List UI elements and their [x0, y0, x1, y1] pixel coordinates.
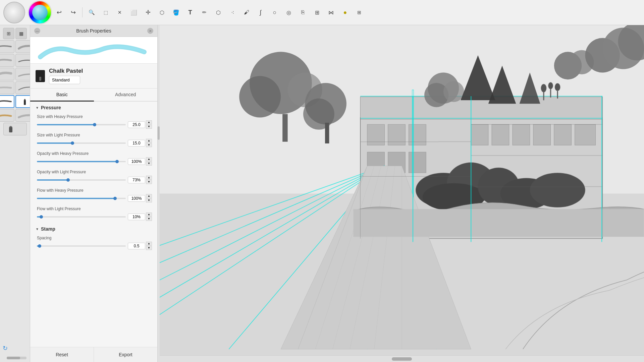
- fill-button[interactable]: 🪣: [170, 6, 182, 19]
- canvas-scrollbar[interactable]: [160, 355, 644, 362]
- transform-button[interactable]: ✛: [142, 6, 154, 19]
- brush-item-8[interactable]: [15, 81, 30, 94]
- grid-view-icon[interactable]: ⊞: [3, 28, 14, 39]
- horizontal-scrollbar[interactable]: [7, 357, 26, 359]
- opacity-light-up[interactable]: ▲: [146, 176, 152, 180]
- undo-button[interactable]: ↩: [53, 6, 65, 19]
- color1-button[interactable]: ●: [339, 6, 352, 19]
- flow-heavy-down[interactable]: ▼: [146, 198, 152, 202]
- search-button[interactable]: 🔍: [85, 6, 98, 19]
- size-light-down[interactable]: ▼: [146, 143, 152, 147]
- flow-heavy-input[interactable]: [128, 195, 145, 202]
- grid-button[interactable]: ⊞: [353, 6, 366, 19]
- redo-button[interactable]: ↪: [67, 6, 79, 19]
- opacity-heavy-up[interactable]: ▲: [146, 157, 152, 161]
- box3d-button[interactable]: ⬡: [212, 6, 225, 19]
- svg-point-73: [555, 83, 560, 91]
- color-wheel[interactable]: [28, 0, 52, 24]
- paths-button[interactable]: ⋈: [325, 6, 337, 19]
- size-heavy-label: Size with Heavy Pressure: [37, 114, 152, 119]
- size-heavy-input[interactable]: [128, 121, 145, 128]
- spacing-up[interactable]: ▲: [146, 242, 152, 246]
- flow-heavy-up[interactable]: ▲: [146, 194, 152, 198]
- pressure-collapse-arrow: ▼: [36, 106, 39, 110]
- brush-item-3[interactable]: [0, 54, 14, 67]
- scrollbar-thumb[interactable]: [392, 357, 412, 361]
- size-heavy-slider[interactable]: [37, 124, 126, 125]
- brush-item-5[interactable]: [0, 68, 14, 80]
- cancel-button[interactable]: ✕: [113, 6, 126, 19]
- select-tool-button[interactable]: ⬚: [99, 6, 112, 19]
- export-button[interactable]: Export: [94, 347, 157, 362]
- svg-point-71: [548, 82, 553, 89]
- opacity-heavy-input[interactable]: [128, 158, 145, 165]
- brush-item-4[interactable]: [15, 54, 30, 67]
- svg-rect-15: [533, 124, 551, 145]
- flow-light-slider[interactable]: [37, 216, 126, 218]
- size-light-input[interactable]: [128, 140, 145, 146]
- flow-heavy-controls: ▲ ▼: [37, 194, 152, 202]
- brush-type-select[interactable]: Standard Airbrush Watercolor: [49, 76, 80, 84]
- opacity-heavy-controls: ▲ ▼: [37, 157, 152, 166]
- brush-button[interactable]: 🖌: [240, 6, 253, 19]
- svg-rect-14: [513, 124, 530, 145]
- brush-item-12[interactable]: [15, 109, 30, 122]
- tab-advanced[interactable]: Advanced: [94, 88, 158, 102]
- size-heavy-controls: ▲ ▼: [37, 120, 152, 129]
- color-circle[interactable]: [3, 2, 25, 23]
- svg-rect-11: [409, 152, 426, 173]
- sync-icon[interactable]: ↻: [3, 345, 10, 352]
- brush-item-9[interactable]: [0, 95, 14, 108]
- brush-item-7[interactable]: [0, 81, 14, 94]
- flow-light-input[interactable]: [128, 214, 145, 220]
- flow-light-down[interactable]: ▼: [146, 217, 152, 221]
- reset-button[interactable]: Reset: [30, 347, 94, 362]
- crop-button[interactable]: ⬜: [127, 6, 140, 19]
- opacity-light-down[interactable]: ▼: [146, 180, 152, 184]
- text-button[interactable]: T: [184, 6, 197, 19]
- stamp-section-header[interactable]: ▼ Stamp: [30, 223, 157, 234]
- size-heavy-up[interactable]: ▲: [146, 120, 152, 124]
- flow-light-spinners: ▲ ▼: [146, 213, 152, 221]
- stamp-button[interactable]: ◎: [282, 6, 295, 19]
- spacing-slider[interactable]: [37, 245, 126, 247]
- spacing-down[interactable]: ▼: [146, 246, 152, 250]
- brush-item-13[interactable]: [3, 123, 27, 135]
- brush-name-area: Chalk Pastel Standard Airbrush Watercolo…: [30, 64, 157, 88]
- pressure-section-header[interactable]: ▼ Pressure: [30, 102, 157, 112]
- list-view-icon[interactable]: ▦: [15, 28, 27, 39]
- size-heavy-down[interactable]: ▼: [146, 125, 152, 129]
- pencil-button[interactable]: ✏: [198, 6, 211, 19]
- spacing-input[interactable]: [128, 243, 145, 249]
- brush-item-2[interactable]: [15, 40, 30, 53]
- size-heavy-spinners: ▲ ▼: [146, 120, 152, 129]
- flow-light-up[interactable]: ▲: [146, 213, 152, 217]
- nodes-button[interactable]: ⁖: [226, 6, 239, 19]
- flow-heavy-spinners: ▲ ▼: [146, 194, 152, 202]
- panel-collapse-btn[interactable]: —: [34, 28, 40, 34]
- opacity-light-input[interactable]: [128, 177, 145, 183]
- brush-item-1[interactable]: [0, 40, 14, 53]
- svg-rect-1: [9, 127, 12, 132]
- clone-button[interactable]: ⎘: [297, 6, 309, 19]
- svg-rect-17: [575, 124, 596, 145]
- flow-light-label: Flow with Light Pressure: [37, 206, 152, 211]
- brush-item-6[interactable]: [15, 68, 30, 80]
- opacity-heavy-down[interactable]: ▼: [146, 162, 152, 166]
- size-light-slider[interactable]: [37, 142, 126, 144]
- size-light-up[interactable]: ▲: [146, 139, 152, 143]
- opacity-heavy-slider[interactable]: [37, 161, 126, 162]
- panel-close-btn[interactable]: ✕: [147, 28, 153, 34]
- brush-item-11[interactable]: [0, 109, 14, 122]
- tab-basic[interactable]: Basic: [30, 88, 94, 102]
- flow-heavy-slider[interactable]: [37, 198, 126, 199]
- properties-scroll-area[interactable]: ▼ Pressure Size with Heavy Pressure ▲ ▼: [30, 102, 157, 347]
- canvas-area[interactable]: [160, 25, 644, 362]
- polygon-button[interactable]: ⬡: [156, 6, 168, 19]
- opacity-light-slider[interactable]: [37, 179, 126, 181]
- brush-item-10[interactable]: [15, 95, 30, 108]
- layers-button[interactable]: ⊞: [311, 6, 323, 19]
- ellipse-button[interactable]: ○: [268, 6, 281, 19]
- curve-button[interactable]: ∫: [254, 6, 267, 19]
- svg-rect-16: [554, 124, 572, 145]
